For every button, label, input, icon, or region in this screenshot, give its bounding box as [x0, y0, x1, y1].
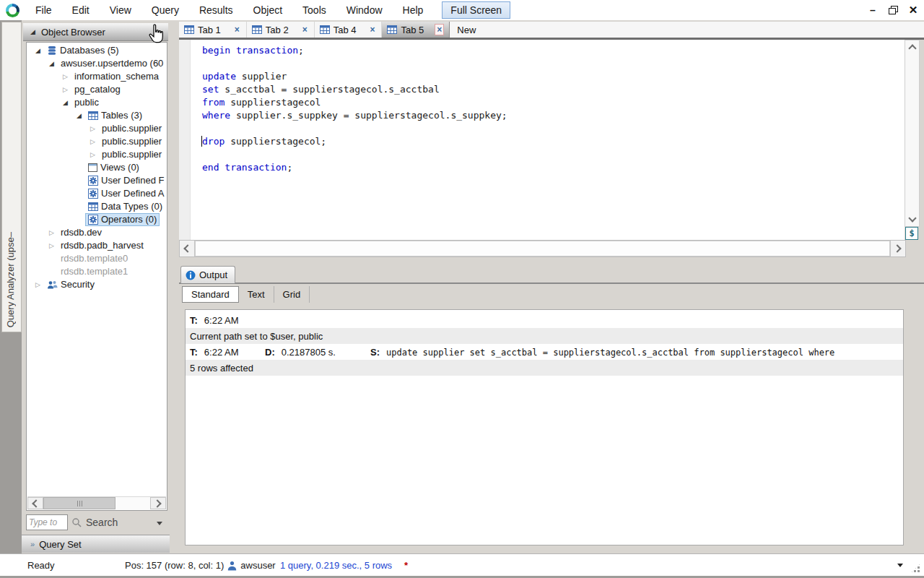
tree-node[interactable]: Security — [44, 278, 97, 291]
tree-item-operators-0[interactable]: Operators (0) — [27, 213, 167, 226]
tree-item-public-supplier[interactable]: ▷public.supplier — [27, 122, 167, 135]
menu-item-view[interactable]: View — [100, 0, 141, 20]
scroll-left-button[interactable] — [180, 241, 195, 256]
expand-icon[interactable]: ▷ — [32, 278, 44, 291]
tree-item-pg-catalog[interactable]: ▷pg_catalog — [27, 83, 167, 96]
editor-tab-tab-4[interactable]: Tab 4× — [315, 22, 383, 38]
editor-tab-tab-1[interactable]: Tab 1× — [179, 22, 247, 38]
tab-close-icon[interactable]: × — [233, 25, 241, 35]
query-set-header[interactable]: » Query Set — [22, 535, 170, 553]
object-browser-header[interactable]: ◢ Object Browser — [23, 23, 168, 41]
expand-icon[interactable]: ▷ — [59, 83, 71, 96]
expand-icon[interactable]: ▷ — [59, 70, 71, 83]
menu-item-query[interactable]: Query — [141, 0, 189, 20]
close-button[interactable]: ✕ — [907, 4, 920, 17]
query-set-label: Query Set — [39, 539, 82, 550]
tree-node[interactable]: Tables (3) — [85, 109, 145, 122]
collapse-icon[interactable]: ◢ — [73, 109, 85, 122]
collapse-icon[interactable]: ◢ — [59, 96, 71, 109]
tree-node[interactable]: rdsdb.template0 — [58, 252, 131, 265]
tree-item-awsuser-upsertdemo-60[interactable]: ◢awsuser.upsertdemo (60 — [27, 57, 167, 70]
tab-close-icon[interactable]: × — [301, 25, 309, 35]
tree-item-data-types-0[interactable]: Data Types (0) — [27, 200, 167, 213]
collapse-icon[interactable]: ◢ — [45, 57, 58, 70]
search-options-dropdown[interactable] — [154, 519, 165, 528]
menu-item-help[interactable]: Help — [393, 0, 434, 20]
full-screen-button[interactable]: Full Screen — [442, 1, 510, 19]
tree-item-rdsdb-padb-harvest[interactable]: ▷rdsdb.padb_harvest — [27, 239, 167, 252]
tree-item-security[interactable]: ▷Security — [27, 278, 167, 291]
expand-icon[interactable]: ▷ — [45, 226, 58, 239]
tree-node[interactable]: rdsdb.template1 — [58, 265, 131, 278]
editor-horizontal-scrollbar[interactable] — [179, 240, 906, 257]
tab-close-icon[interactable]: × — [435, 24, 444, 35]
tree-node[interactable]: User Defined F — [85, 174, 167, 187]
menu-item-results[interactable]: Results — [189, 0, 243, 20]
scrollbar-track[interactable] — [116, 497, 150, 509]
tree-node[interactable]: public.supplier — [99, 135, 165, 148]
output-panel-tab[interactable]: Output — [180, 266, 235, 283]
menu-item-object[interactable]: Object — [243, 0, 292, 20]
output-view-tab-standard[interactable]: Standard — [182, 286, 239, 303]
editor-vertical-scrollbar[interactable] — [905, 40, 920, 227]
expand-icon[interactable]: ▷ — [45, 239, 58, 252]
expand-icon[interactable]: ▷ — [87, 148, 99, 161]
tree-item-tables-3[interactable]: ◢Tables (3) — [27, 109, 167, 122]
tree-horizontal-scrollbar[interactable] — [27, 496, 166, 509]
panel-splitter[interactable] — [170, 20, 179, 553]
menu-item-edit[interactable]: Edit — [62, 0, 100, 20]
scroll-left-button[interactable] — [27, 497, 43, 509]
tree-item-databases-5[interactable]: ◢Databases (5) — [27, 44, 167, 57]
tree-item-information-schema[interactable]: ▷information_schema — [27, 70, 167, 83]
tree-node[interactable]: Databases (5) — [44, 44, 122, 57]
tab-close-icon[interactable]: × — [368, 25, 376, 35]
new-tab-button[interactable]: New — [450, 22, 483, 38]
menu-item-tools[interactable]: Tools — [292, 0, 336, 20]
tree-node[interactable]: User Defined A — [85, 187, 167, 200]
status-dropdown-caret[interactable] — [897, 564, 903, 570]
tree-item-public[interactable]: ◢public — [27, 96, 167, 109]
tree-node[interactable]: Data Types (0) — [85, 200, 165, 213]
menu-item-window[interactable]: Window — [336, 0, 393, 20]
minimize-button[interactable]: – — [866, 4, 879, 17]
scroll-right-button[interactable] — [150, 497, 166, 509]
tree-node[interactable]: pg_catalog — [71, 83, 123, 96]
output-view-tab-grid[interactable]: Grid — [274, 286, 310, 303]
tree-node[interactable]: rdsdb.padb_harvest — [58, 239, 147, 252]
tree-node[interactable]: Views (0) — [85, 161, 142, 174]
tree-item-user-defined-a[interactable]: User Defined A — [27, 187, 167, 200]
tree-node[interactable]: information_schema — [71, 70, 162, 83]
scroll-up-button[interactable] — [905, 40, 919, 54]
scroll-down-button[interactable] — [905, 212, 919, 226]
search-input[interactable] — [26, 514, 68, 530]
expand-icon[interactable]: ▷ — [87, 122, 99, 135]
restore-button[interactable] — [886, 4, 899, 17]
output-view-tab-text[interactable]: Text — [239, 286, 274, 303]
tree-node[interactable]: public.supplier — [99, 148, 165, 161]
collapse-icon[interactable]: ◢ — [32, 44, 44, 57]
tree-item-public-supplier[interactable]: ▷public.supplier — [27, 135, 167, 148]
tree-item-views-0[interactable]: Views (0) — [27, 161, 167, 174]
tree-item-user-defined-f[interactable]: User Defined F — [27, 174, 167, 187]
scroll-right-button[interactable] — [890, 241, 905, 256]
tree-node[interactable]: rdsdb.dev — [58, 226, 105, 239]
resize-grip[interactable] — [911, 564, 920, 573]
tree-node[interactable]: public.supplier — [99, 122, 165, 135]
tree-node[interactable]: public — [71, 96, 102, 109]
editor-tab-tab-5[interactable]: Tab 5× — [382, 22, 450, 38]
scrollbar-thumb[interactable] — [195, 241, 890, 256]
query-analyzer-vertical-tab[interactable]: Query Analyzer (upse– — [1, 22, 22, 332]
tree-node[interactable]: Operators (0) — [85, 213, 160, 226]
info-icon — [186, 270, 196, 280]
sql-editor[interactable]: begin transaction;update supplierset s_a… — [179, 40, 905, 240]
output-segment-t: T:6:22 AM — [190, 315, 265, 326]
tree-node[interactable]: awsuser.upsertdemo (60 — [58, 57, 166, 70]
tree-item-rdsdb-dev[interactable]: ▷rdsdb.dev — [27, 226, 167, 239]
tree-item-public-supplier[interactable]: ▷public.supplier — [27, 148, 167, 161]
tree-item-rdsdb-template1[interactable]: rdsdb.template1 — [27, 265, 167, 278]
expand-icon[interactable]: ▷ — [87, 135, 99, 148]
editor-tab-tab-2[interactable]: Tab 2× — [247, 22, 315, 38]
menu-item-file[interactable]: File — [25, 0, 62, 20]
tree-item-rdsdb-template0[interactable]: rdsdb.template0 — [27, 252, 167, 265]
scrollbar-thumb[interactable] — [43, 497, 116, 509]
